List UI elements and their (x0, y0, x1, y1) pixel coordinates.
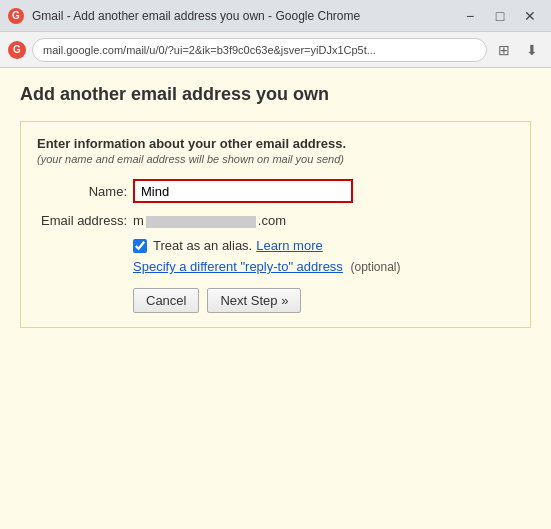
form-header: Enter information about your other email… (37, 136, 514, 151)
browser-favicon: G (8, 8, 24, 24)
download-icon[interactable]: ⬇ (521, 39, 543, 61)
cancel-button[interactable]: Cancel (133, 288, 199, 313)
reply-to-row: Specify a different "reply-to" address (… (133, 259, 514, 274)
email-value: m.com (133, 213, 286, 228)
alias-row: Treat as an alias. Learn more (133, 238, 514, 253)
email-prefix: m (133, 213, 144, 228)
page-title: Add another email address you own (20, 84, 531, 105)
address-bar: G ⊞ ⬇ (0, 32, 551, 68)
reply-to-link[interactable]: Specify a different "reply-to" address (133, 259, 343, 274)
address-bar-icons: ⊞ ⬇ (493, 39, 543, 61)
alias-label: Treat as an alias. (153, 238, 252, 253)
name-input[interactable] (133, 179, 353, 203)
window-controls: − □ ✕ (457, 5, 543, 27)
page-content: Add another email address you own Enter … (0, 68, 551, 529)
name-label: Name: (37, 184, 127, 199)
next-step-button[interactable]: Next Step » (207, 288, 301, 313)
name-row: Name: (37, 179, 514, 203)
extensions-icon[interactable]: ⊞ (493, 39, 515, 61)
email-label: Email address: (37, 213, 127, 228)
window-title: Gmail - Add another email address you ow… (32, 9, 449, 23)
address-input[interactable] (32, 38, 487, 62)
maximize-button[interactable]: □ (487, 5, 513, 27)
form-subheader: (your name and email address will be sho… (37, 153, 514, 165)
title-bar: G Gmail - Add another email address you … (0, 0, 551, 32)
optional-text: (optional) (351, 260, 401, 274)
address-favicon: G (8, 41, 26, 59)
alias-checkbox[interactable] (133, 239, 147, 253)
email-blurred (146, 216, 256, 228)
learn-more-link[interactable]: Learn more (256, 238, 322, 253)
close-button[interactable]: ✕ (517, 5, 543, 27)
button-row: Cancel Next Step » (133, 288, 514, 313)
form-container: Enter information about your other email… (20, 121, 531, 328)
email-row: Email address: m.com (37, 213, 514, 228)
minimize-button[interactable]: − (457, 5, 483, 27)
email-suffix: .com (258, 213, 286, 228)
